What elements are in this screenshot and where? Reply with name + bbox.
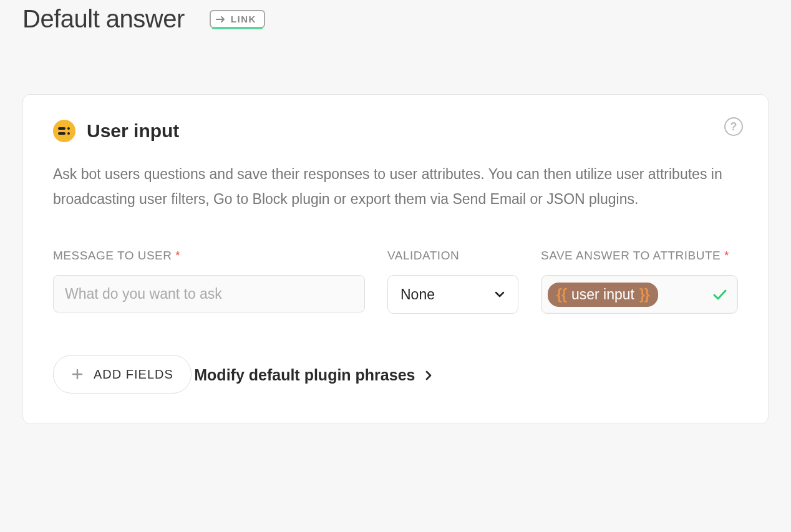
check-icon [712, 288, 727, 301]
validation-selected-value: None [400, 286, 435, 303]
plus-icon [71, 368, 84, 380]
brace-close: }} [639, 286, 649, 303]
fields-row: MESSAGE TO USER * VALIDATION None [53, 249, 738, 314]
svg-point-3 [67, 132, 70, 135]
svg-point-1 [67, 127, 70, 130]
card-description: Ask bot users questions and save their r… [53, 162, 738, 211]
add-fields-button[interactable]: ADD FIELDS [53, 355, 192, 394]
user-input-plugin-icon [53, 120, 75, 142]
save-attribute-field-group: SAVE ANSWER TO ATTRIBUTE * {{ user input… [541, 249, 738, 314]
validation-label: VALIDATION [387, 249, 518, 263]
save-attribute-input[interactable]: {{ user input }} [541, 275, 738, 314]
svg-rect-0 [58, 127, 66, 130]
save-attribute-label: SAVE ANSWER TO ATTRIBUTE * [541, 249, 738, 263]
arrow-right-icon [216, 15, 227, 24]
message-label: MESSAGE TO USER * [53, 249, 365, 263]
modify-phrases-label: Modify default plugin phrases [194, 366, 415, 384]
page-title: Default answer [22, 5, 185, 33]
required-marker: * [724, 249, 729, 262]
link-button-label: LINK [231, 14, 256, 24]
chevron-down-icon [494, 291, 505, 298]
attribute-value: user input [569, 286, 637, 303]
brace-open: {{ [556, 286, 566, 303]
required-marker: * [175, 249, 180, 262]
attribute-pill: {{ user input }} [548, 283, 658, 307]
message-input[interactable] [53, 275, 365, 312]
validation-select[interactable]: None [387, 275, 518, 314]
svg-rect-2 [58, 132, 66, 135]
card-title: User input [87, 120, 179, 142]
card-header: User input [53, 120, 738, 142]
help-icon[interactable]: ? [724, 117, 743, 136]
chevron-right-icon [425, 369, 432, 382]
user-input-card: ? User input Ask bot users questions and… [22, 94, 769, 424]
link-button[interactable]: LINK [210, 10, 265, 28]
add-fields-label: ADD FIELDS [94, 367, 173, 382]
modify-phrases-link[interactable]: Modify default plugin phrases [194, 366, 432, 384]
page-header: Default answer LINK [22, 0, 769, 38]
validation-field-group: VALIDATION None [387, 249, 518, 314]
message-field-group: MESSAGE TO USER * [53, 249, 365, 314]
